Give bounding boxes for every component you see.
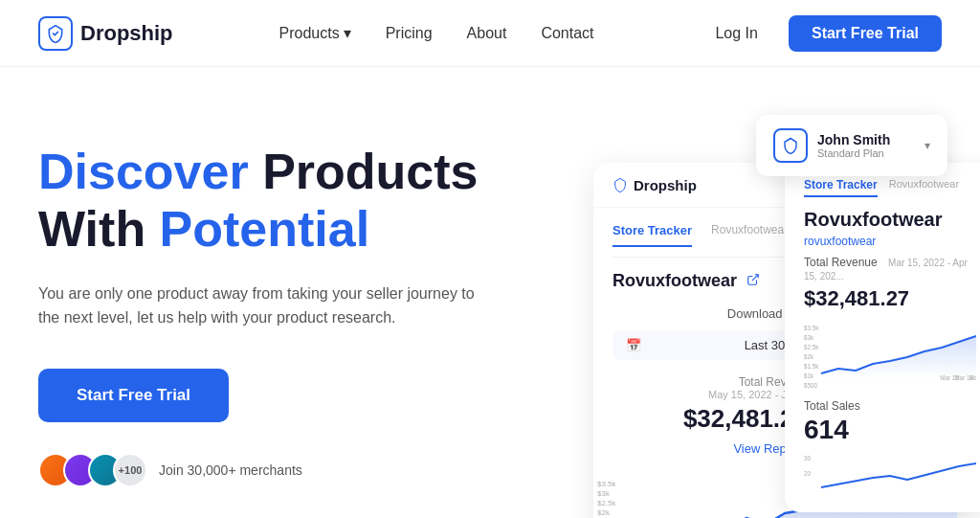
dashboard-preview: John Smith Standard Plan ▾ Dropship ☰ St…: [593, 115, 957, 518]
profile-chevron-icon: ▾: [924, 139, 930, 152]
rp-sales-label: Total Sales: [804, 399, 976, 413]
rp-store-name: Rovuxfootwear: [804, 209, 976, 231]
title-potential: Potential: [160, 201, 370, 257]
rp-store-nav: Store Tracker Rovuxfootwear: [804, 178, 976, 197]
navbar: Dropship Products ▾ Pricing About Contac…: [0, 0, 980, 67]
nav-products[interactable]: Products ▾: [279, 24, 351, 42]
rp-revenue-label: Total Revenue Mar 15, 2022 - Apr 15, 202…: [804, 256, 976, 282]
nav-pricing[interactable]: Pricing: [386, 25, 433, 42]
svg-text:$3.5k: $3.5k: [597, 480, 617, 488]
merchants-row: +100 Join 30,000+ merchants: [38, 453, 574, 487]
rp-nav-store[interactable]: Rovuxfootwear: [889, 178, 959, 197]
svg-text:$2.5k: $2.5k: [804, 344, 819, 350]
svg-text:$2k: $2k: [597, 508, 611, 517]
merchant-count-text: Join 30,000+ merchants: [159, 462, 302, 478]
nav-links: Products ▾ Pricing About Contact: [279, 24, 594, 42]
merchant-avatars: +100: [38, 453, 147, 487]
profile-info: John Smith Standard Plan: [817, 132, 915, 159]
start-free-trial-button[interactable]: Start Free Trial: [789, 15, 942, 52]
nav-contact[interactable]: Contact: [541, 25, 593, 42]
rp-nav-tracker[interactable]: Store Tracker: [804, 178, 878, 197]
title-with: With: [38, 201, 145, 257]
svg-text:$1.5k: $1.5k: [804, 363, 819, 370]
title-products: Products: [262, 144, 478, 199]
rp-revenue-amount: $32,481.27: [804, 286, 976, 311]
login-button[interactable]: Log In: [700, 17, 772, 50]
svg-text:$3k: $3k: [804, 334, 814, 341]
svg-text:$2k: $2k: [804, 353, 814, 360]
store-external-link[interactable]: [746, 273, 760, 289]
hero-subtitle: You are only one product away from takin…: [38, 282, 498, 330]
svg-text:$3.5k: $3.5k: [804, 325, 819, 331]
store-tab-name[interactable]: Rovuxfootwear: [711, 223, 788, 247]
store-tab-tracker[interactable]: Store Tracker: [612, 223, 692, 247]
rp-revenue-chart: $3.5k $3k $2.5k $2k $1.5k $1k $500 Mar 1…: [804, 321, 976, 388]
svg-text:20: 20: [804, 470, 811, 477]
nav-actions: Log In Start Free Trial: [700, 15, 942, 52]
svg-text:$2.5k: $2.5k: [597, 499, 617, 507]
app-logo-mini: Dropship: [612, 177, 697, 193]
svg-marker-19: [821, 336, 976, 378]
hero-left: Discover Products With Potential You are…: [38, 124, 574, 487]
svg-text:$500: $500: [804, 382, 817, 388]
profile-card: John Smith Standard Plan ▾: [756, 115, 947, 176]
avatar-plus-count: +100: [113, 453, 147, 487]
svg-text:$3k: $3k: [597, 489, 611, 498]
profile-avatar-icon: [773, 128, 808, 163]
logo-icon: [38, 16, 73, 51]
store-name: Rovuxfootwear: [612, 271, 737, 291]
hero-cta-button[interactable]: Start Free Trial: [38, 369, 229, 422]
rp-sales-chart: 30 20: [804, 449, 976, 497]
svg-text:$1k: $1k: [804, 372, 814, 379]
hero-section: Discover Products With Potential You are…: [0, 67, 980, 518]
rp-sales-value: 614: [804, 415, 976, 445]
profile-name: John Smith: [817, 132, 915, 147]
svg-text:30: 30: [804, 455, 811, 462]
profile-plan: Standard Plan: [817, 147, 915, 159]
nav-about[interactable]: About: [467, 25, 507, 42]
brand-name: Dropship: [80, 21, 173, 46]
hero-title: Discover Products With Potential: [38, 144, 574, 259]
rp-store-link[interactable]: rovuxfootwear: [804, 235, 976, 248]
right-panel: Store Tracker Rovuxfootwear Rovuxfootwea…: [785, 163, 980, 512]
calendar-icon: 📅: [626, 338, 641, 352]
title-discover: Discover: [38, 144, 249, 199]
brand-logo[interactable]: Dropship: [38, 16, 173, 51]
chevron-down-icon: ▾: [344, 24, 351, 42]
